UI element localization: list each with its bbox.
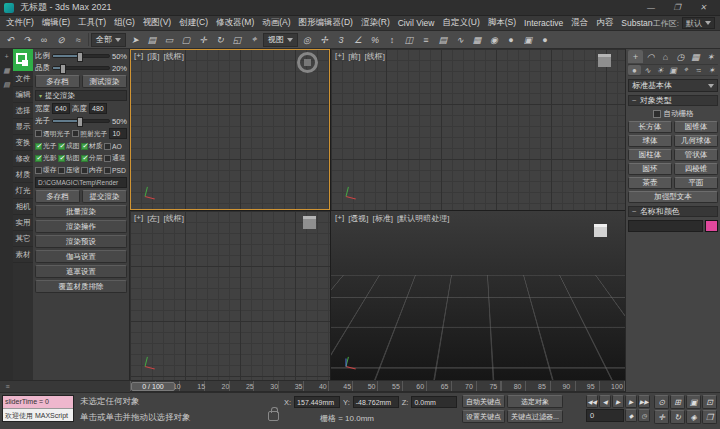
menu-item[interactable]: 修改器(M) [212, 17, 258, 29]
tab-utilities[interactable]: ✶ [703, 50, 718, 63]
maxscript-mini-listener[interactable]: sliderTime = 0 欢迎使用 MAXScript [2, 395, 74, 422]
width-field[interactable]: 640 [52, 103, 70, 114]
plugin-tab[interactable]: 灯光 [13, 183, 33, 199]
viewcube[interactable] [297, 52, 318, 73]
tab-display[interactable]: ▦ [688, 50, 703, 63]
select-move-icon[interactable]: ✛ [195, 32, 211, 47]
viewcube[interactable] [303, 219, 316, 229]
slider-track[interactable] [52, 119, 110, 123]
plugin-tab[interactable]: 文件 [13, 71, 33, 87]
object-color-swatch[interactable] [705, 220, 718, 232]
menu-item[interactable]: 文件(F) [2, 17, 38, 29]
plugin-section-button[interactable]: 伽马设置 [35, 250, 127, 263]
plugin-tab[interactable]: 相机 [13, 199, 33, 215]
plugin-section-button[interactable]: 渲染操作 [35, 220, 127, 233]
percent-snap-icon[interactable]: % [367, 32, 383, 47]
curve-editor-icon[interactable]: ∿ [452, 32, 468, 47]
viewport-shading-label[interactable]: [标准] [373, 213, 393, 224]
unlink-selection-icon[interactable]: ⊘ [53, 32, 69, 47]
menu-item[interactable]: 视图(V) [139, 17, 175, 29]
menu-item[interactable]: 图形编辑器(D) [295, 17, 357, 29]
layer-manager-icon[interactable]: ▤ [435, 32, 451, 47]
render-setup-icon[interactable]: ● [503, 32, 519, 47]
select-and-link-icon[interactable]: ∞ [36, 32, 52, 47]
viewcube[interactable] [594, 227, 607, 237]
undo-icon[interactable]: ↶ [2, 32, 18, 47]
fov-icon[interactable]: ◈ [686, 410, 701, 424]
object-type-button[interactable]: 管状体 [674, 149, 718, 161]
plugin-button[interactable]: 提交渲染 [82, 190, 127, 203]
macro-recorder-line[interactable]: sliderTime = 0 [3, 396, 73, 408]
viewport-shading-label[interactable]: [线框] [365, 51, 385, 62]
plugin-tab[interactable]: 实用 [13, 215, 33, 231]
menu-item[interactable]: 组(G) [110, 17, 139, 29]
render-icon[interactable]: ● [537, 32, 553, 47]
plugin-logo[interactable] [13, 49, 33, 71]
spinner-snap-icon[interactable]: ↕ [384, 32, 400, 47]
viewport-menu-button[interactable]: [+] [134, 51, 143, 62]
viewport-view-label[interactable]: [前] [348, 51, 360, 62]
next-frame-button[interactable]: ▶ [625, 395, 637, 408]
cat-cameras[interactable]: ▣ [667, 65, 680, 75]
tab-hierarchy[interactable]: ⌂ [658, 50, 673, 63]
zoom-all-icon[interactable]: ⊞ [670, 395, 685, 409]
plugin-tab[interactable]: 材质 [13, 167, 33, 183]
x-coordinate-field[interactable]: 157.449mm [294, 396, 340, 408]
viewport-view-label[interactable]: [左] [147, 213, 159, 224]
plugin-checkbox[interactable]: 照射光子 [72, 129, 107, 139]
plugin-tab[interactable]: 素材 [13, 247, 33, 263]
plugin-section-button[interactable]: 遮罩设置 [35, 265, 127, 278]
plugin-section-button[interactable]: 覆盖材质排除 [35, 280, 127, 293]
plugin-tab[interactable]: 变换 [13, 135, 33, 151]
pan-icon[interactable]: ✛ [654, 410, 669, 424]
viewport-top[interactable]: [+] [顶] [线框] [130, 49, 330, 210]
tab-modify[interactable]: ◠ [643, 50, 658, 63]
plus-icon[interactable]: + [2, 52, 11, 61]
plugin-tab[interactable]: 修改 [13, 151, 33, 167]
cat-shapes[interactable]: ∿ [641, 65, 654, 75]
key-filters-button[interactable]: 关键点过滤器... [507, 410, 563, 423]
object-type-button[interactable]: 圆锥体 [674, 121, 718, 133]
zoom-icon[interactable]: ⊙ [654, 395, 669, 409]
object-type-button[interactable]: 加强型文本 [628, 191, 718, 203]
selection-lock-icon[interactable] [268, 411, 279, 421]
viewport-left[interactable]: [+] [左] [线框] [130, 211, 330, 380]
maximize-viewport-icon[interactable]: ❒ [702, 410, 717, 424]
snap-toggle-icon[interactable]: 3 [333, 32, 349, 47]
select-by-name-icon[interactable]: ▤ [144, 32, 160, 47]
plugin-button[interactable]: 多存档 [35, 190, 80, 203]
output-path-field[interactable]: D:\CGMAGIC\Temp\Render [35, 177, 127, 188]
cat-geometry[interactable]: ● [628, 65, 641, 75]
window-crossing-icon[interactable]: ▢ [178, 32, 194, 47]
go-to-start-button[interactable]: ◀◀ [586, 395, 598, 408]
plugin-checkbox[interactable]: 分层 [81, 153, 104, 163]
angle-snap-icon[interactable]: ∠ [350, 32, 366, 47]
plugin-tab[interactable]: 显示 [13, 119, 33, 135]
submit-render-header[interactable]: 提交渲染 [35, 90, 127, 101]
time-slider[interactable]: 0510152025303540455055606570758085909510… [130, 380, 625, 392]
object-type-button[interactable]: 圆环 [628, 163, 672, 175]
select-place-icon[interactable]: ⌖ [246, 32, 262, 47]
plugin-checkbox[interactable]: 透明光子 [35, 129, 70, 139]
plugin-checkbox[interactable]: 材质 [81, 141, 104, 151]
selection-filter-select[interactable]: 全部 [91, 33, 126, 47]
object-name-field[interactable] [628, 220, 703, 232]
plugin-checkbox[interactable]: 内存 [81, 165, 104, 175]
object-type-button[interactable]: 平面 [674, 177, 718, 189]
plugin-checkbox[interactable]: 缓存 [35, 165, 58, 175]
menu-item[interactable]: Civil View [394, 18, 439, 28]
viewport-menu-button[interactable]: [+] [134, 213, 143, 224]
mirror-icon[interactable]: ◫ [401, 32, 417, 47]
object-type-button[interactable]: 茶壶 [628, 177, 672, 189]
name-color-rollout[interactable]: 名称和颜色 [628, 206, 718, 217]
current-frame-field[interactable]: 0 [586, 409, 624, 422]
viewcube[interactable] [598, 57, 611, 67]
viewport-view-label[interactable]: [顶] [147, 51, 159, 62]
plugin-checkbox[interactable]: 通道 [104, 153, 127, 163]
play-button[interactable]: ▶ [612, 395, 624, 408]
viewport-shading-label[interactable]: [默认明暗处理] [397, 213, 449, 224]
maximize-button[interactable]: ❐ [664, 0, 690, 15]
app-icon[interactable] [4, 3, 14, 13]
object-category-select[interactable]: 标准基本体 [628, 79, 718, 92]
viewport-perspective[interactable]: [+] [透视] [标准] [默认明暗处理] [331, 211, 625, 380]
